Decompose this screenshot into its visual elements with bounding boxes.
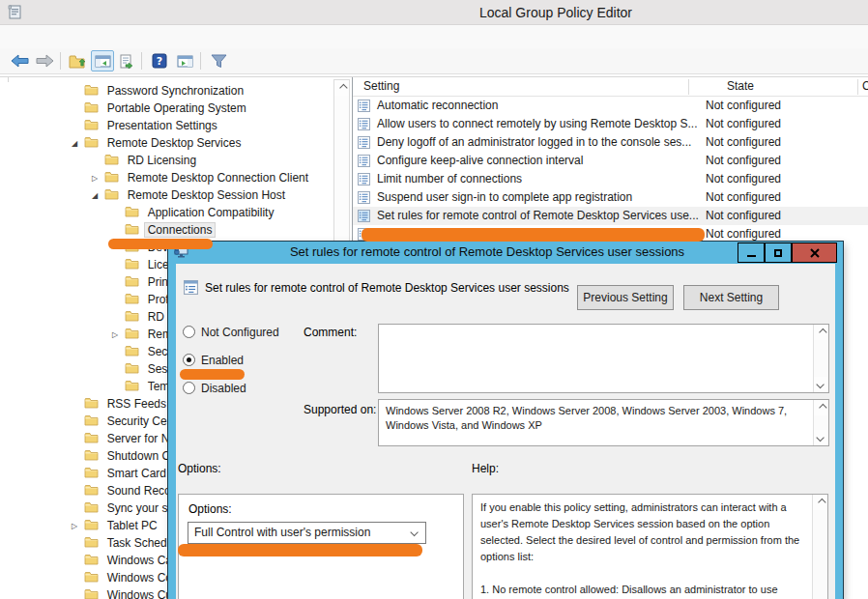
dialog-title: Set rules for remote control of Remote D… <box>197 244 777 259</box>
tree-item-label: RD Licensing <box>125 154 199 167</box>
tree-item[interactable]: ◢ Remote Desktop Session Host <box>0 186 333 204</box>
forward-icon[interactable] <box>33 50 56 71</box>
tree-item-label: Remote Desktop Connection Client <box>125 171 311 185</box>
tree-item-label: Presentation Settings <box>104 119 220 132</box>
radio-icon[interactable] <box>183 354 195 366</box>
setting-state: Not configured <box>706 97 781 115</box>
tree-item-label: Smart Card <box>104 467 169 480</box>
back-icon[interactable] <box>8 50 31 71</box>
dropdown-value: Full Control with user's permission <box>194 526 370 539</box>
scroll-down-icon[interactable] <box>814 377 828 392</box>
folder-icon <box>84 553 101 570</box>
tree-item[interactable]: ▷ Remote Desktop Connection Client <box>0 169 333 186</box>
settings-row[interactable]: Deny logoff of an administrator logged i… <box>353 133 868 152</box>
folder-icon <box>125 361 141 379</box>
column-header-comment[interactable]: Comment <box>862 79 868 93</box>
comment-textarea[interactable] <box>378 324 829 393</box>
show-actions-pane-icon[interactable] <box>173 50 196 71</box>
app-icon <box>8 5 22 24</box>
connections-marker <box>108 239 213 249</box>
settings-row[interactable]: Limit number of connections Not configur… <box>353 170 868 188</box>
close-button[interactable] <box>792 242 837 263</box>
menu-item[interactable] <box>39 31 56 39</box>
folder-icon <box>84 396 101 414</box>
tree-item-label: Remote Desktop Services <box>104 136 245 150</box>
tree-item[interactable]: RD Licensing <box>0 152 333 169</box>
help-panel: If you enable this policy setting, admin… <box>472 494 828 599</box>
toolbar: ? <box>0 48 868 74</box>
help-scrollbar[interactable] <box>812 495 827 599</box>
folder-icon <box>84 431 101 448</box>
show-console-tree-icon[interactable] <box>91 50 114 71</box>
enabled-radio-marker <box>180 369 245 380</box>
options-inner-label: Options: <box>188 502 232 516</box>
tree-item[interactable]: Connections <box>0 221 333 239</box>
maximize-button[interactable] <box>765 242 792 263</box>
export-list-icon[interactable] <box>116 50 139 71</box>
comment-label: Comment: <box>304 326 357 339</box>
settings-row[interactable]: Suspend user sign-in to complete app reg… <box>353 188 868 207</box>
scroll-down-icon[interactable] <box>814 430 828 445</box>
radio-label: Disabled <box>201 382 246 395</box>
folder-icon <box>125 257 141 274</box>
tree-item[interactable]: Presentation Settings <box>0 117 333 134</box>
radio-icon[interactable] <box>183 326 195 338</box>
settings-row[interactable]: Allow users to connect remotely by using… <box>353 115 868 133</box>
filter-icon[interactable] <box>207 50 230 71</box>
previous-setting-button[interactable]: Previous Setting <box>577 285 674 310</box>
setting-name: Automatic reconnection <box>377 97 498 115</box>
settings-row[interactable]: Configure keep-alive connection interval… <box>353 152 868 170</box>
scroll-up-icon[interactable] <box>814 400 828 415</box>
folder-icon <box>125 327 141 344</box>
supported-scrollbar[interactable] <box>813 400 828 445</box>
control-level-dropdown[interactable]: Full Control with user's permission <box>188 522 426 544</box>
expand-arrow-icon[interactable]: ◢ <box>68 135 81 153</box>
scroll-up-icon[interactable] <box>813 495 827 510</box>
help-icon[interactable]: ? <box>148 50 171 71</box>
radio-label: Not Configured <box>201 326 279 339</box>
tree-item-label: Remote Desktop Session Host <box>125 188 288 202</box>
folder-icon <box>84 448 101 466</box>
menu-item[interactable] <box>21 31 39 39</box>
expand-arrow-icon[interactable]: ▷ <box>108 327 122 344</box>
setting-name: Suspend user sign-in to complete app reg… <box>377 188 632 207</box>
dialog-titlebar[interactable]: Set rules for remote control of Remote D… <box>168 242 843 264</box>
folder-icon <box>84 570 101 587</box>
folder-icon <box>84 587 101 599</box>
expand-arrow-icon[interactable]: ▷ <box>88 170 101 187</box>
next-setting-button[interactable]: Next Setting <box>683 285 779 310</box>
scroll-up-icon[interactable] <box>334 80 349 96</box>
menu-item[interactable] <box>4 31 21 39</box>
tree-item-label: Portable Operating System <box>104 101 249 115</box>
folder-icon <box>84 466 101 483</box>
folder-icon <box>84 135 101 153</box>
column-header-state[interactable]: State <box>727 79 754 93</box>
folder-icon <box>84 83 101 100</box>
menu-item[interactable] <box>56 31 73 39</box>
expand-arrow-icon[interactable]: ▷ <box>68 518 81 535</box>
radio-option[interactable]: Disabled <box>183 381 308 409</box>
tree-item[interactable]: ◢ Remote Desktop Services <box>0 134 333 152</box>
folder-icon <box>84 483 101 500</box>
help-text: If you enable this policy setting, admin… <box>480 499 804 599</box>
up-one-level-icon[interactable] <box>66 50 89 71</box>
setting-state: Not configured <box>706 152 781 170</box>
expand-arrow-icon[interactable]: ◢ <box>88 187 101 205</box>
radio-option[interactable]: Not Configured <box>183 325 308 353</box>
window-titlebar[interactable]: Local Group Policy Editor <box>0 0 868 25</box>
scroll-up-icon[interactable] <box>814 325 828 340</box>
network-detection-row-marker <box>362 228 705 242</box>
column-header-setting[interactable]: Setting <box>363 79 399 93</box>
tree-item[interactable]: Application Compatibility <box>0 204 333 221</box>
tree-item[interactable]: Password Synchronization <box>0 82 333 100</box>
radio-icon[interactable] <box>183 382 195 394</box>
folder-icon <box>125 379 141 396</box>
minimize-button[interactable] <box>738 242 765 263</box>
tree-item[interactable]: Portable Operating System <box>0 100 333 117</box>
settings-row[interactable]: Set rules for remote control of Remote D… <box>353 207 868 225</box>
settings-row[interactable]: Automatic reconnection Not configured <box>353 97 868 115</box>
setting-name: Set rules for remote control of Remote D… <box>377 207 699 225</box>
setting-state: Not configured <box>706 188 781 207</box>
comment-scrollbar[interactable] <box>813 325 828 392</box>
help-section-label: Help: <box>472 462 499 475</box>
